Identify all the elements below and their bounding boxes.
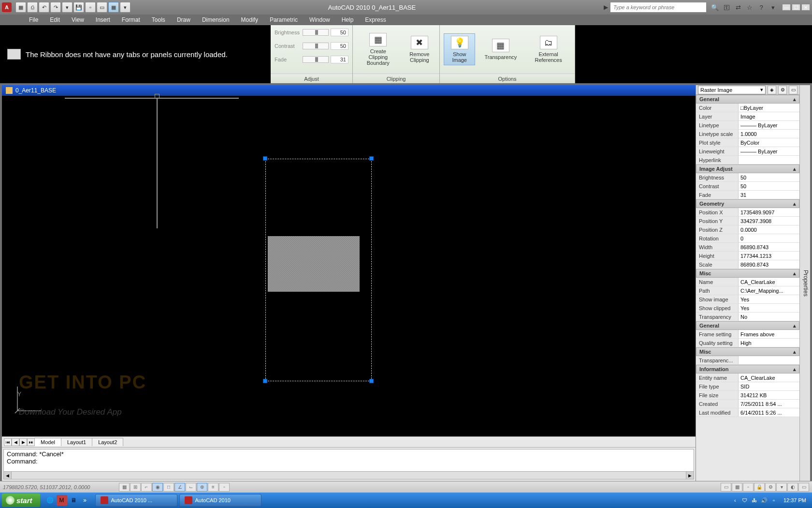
menu-parametric[interactable]: Parametric: [265, 15, 303, 24]
workspace-icon[interactable]: ⚙: [765, 483, 776, 492]
cat-information[interactable]: Information▴: [696, 365, 799, 374]
binoculars-icon[interactable]: 🔍: [710, 3, 719, 12]
qat-undo-icon[interactable]: ↶: [39, 2, 49, 13]
fade-value[interactable]: 31: [331, 56, 348, 63]
help-icon[interactable]: ?: [757, 3, 766, 12]
prop-layer-value[interactable]: Image: [739, 112, 799, 120]
snap-toggle[interactable]: ▦: [119, 483, 130, 492]
fade-slider[interactable]: [303, 56, 329, 63]
tray-volume-icon[interactable]: 🔊: [760, 496, 768, 504]
maximize-button[interactable]: ☐: [792, 4, 800, 11]
menu-file[interactable]: File: [24, 15, 43, 24]
ql-ie-icon[interactable]: 🌐: [45, 495, 56, 506]
tab-last-button[interactable]: ⏭: [27, 438, 35, 446]
scroll-left-icon[interactable]: ◀: [4, 472, 12, 479]
qat-dropdown-icon[interactable]: ▾: [120, 2, 130, 13]
dyn-toggle[interactable]: ⊕: [197, 483, 207, 492]
menu-window[interactable]: Window: [304, 15, 335, 24]
otrack-toggle[interactable]: ∠: [174, 483, 185, 492]
ql-more-icon[interactable]: »: [80, 495, 90, 506]
tray-app-icon[interactable]: ▫: [770, 496, 778, 504]
cat-general2[interactable]: General▴: [696, 321, 799, 330]
prop-hyperlink-value[interactable]: [739, 156, 799, 164]
tab-layout1[interactable]: Layout1: [61, 438, 92, 446]
contrast-value[interactable]: 50: [331, 42, 348, 50]
prop-plot-value[interactable]: ByColor: [739, 138, 799, 147]
menu-edit[interactable]: Edit: [45, 15, 65, 24]
cat-geometry[interactable]: Geometry▴: [696, 199, 799, 208]
help-dropdown-icon[interactable]: ▾: [768, 3, 777, 12]
model-space-toggle[interactable]: ▭: [721, 483, 731, 492]
drawing-canvas[interactable]: Y GET INTO PC Download Your Desired App: [2, 96, 696, 436]
search-input[interactable]: [610, 2, 707, 13]
annotation-scale-icon[interactable]: 🔒: [754, 483, 765, 492]
selection-type-combo[interactable]: Raster Image▾: [698, 86, 766, 94]
cat-misc[interactable]: Misc▴: [696, 269, 799, 278]
cat-image-adjust[interactable]: Image Adjust▴: [696, 164, 799, 173]
document-title-bar[interactable]: 0_Aer11_BASE: [2, 85, 696, 96]
taskbar-app-2[interactable]: AutoCAD 2010: [179, 494, 261, 507]
toolbar-lock-icon[interactable]: ▾: [776, 483, 787, 492]
grid-toggle[interactable]: ⊞: [130, 483, 141, 492]
menu-modify[interactable]: Modify: [236, 15, 263, 24]
brightness-slider[interactable]: [303, 29, 329, 36]
ql-mail-icon[interactable]: M: [57, 495, 67, 506]
prop-color-value[interactable]: □ ByLayer: [739, 104, 799, 112]
tray-network-icon[interactable]: 🖧: [751, 496, 758, 504]
menu-draw[interactable]: Draw: [172, 15, 195, 24]
tab-model[interactable]: Model: [34, 438, 61, 446]
tray-expand-icon[interactable]: ‹: [731, 496, 739, 504]
ortho-toggle[interactable]: ⌐: [141, 483, 152, 492]
clean-screen-icon[interactable]: ▭: [798, 483, 809, 492]
menu-format[interactable]: Format: [117, 15, 145, 24]
status-coordinates[interactable]: 1798820.5720, 511037.2012, 0.0000: [3, 484, 119, 490]
qp-toggle[interactable]: ▫: [219, 483, 230, 492]
qat-layer-icon[interactable]: ▭: [97, 2, 107, 13]
key-icon[interactable]: ⚿: [722, 3, 731, 12]
props-select-icon[interactable]: ▭: [789, 86, 798, 94]
tab-next-button[interactable]: ▶: [19, 438, 27, 446]
brightness-value[interactable]: 50: [331, 29, 348, 36]
grip-bl[interactable]: [263, 379, 267, 383]
app-logo[interactable]: A: [2, 2, 12, 12]
menu-dimension[interactable]: Dimension: [197, 15, 234, 24]
lwt-toggle[interactable]: ≡: [208, 483, 218, 492]
qat-save-icon[interactable]: 💾: [73, 2, 84, 13]
external-refs-button[interactable]: 🗂External References: [526, 33, 571, 65]
qat-redo-icon[interactable]: ↷: [50, 2, 61, 13]
menu-help[interactable]: Help: [337, 15, 359, 24]
grip-br[interactable]: [369, 379, 374, 383]
grip-tl[interactable]: [263, 156, 267, 161]
ducs-toggle[interactable]: ⌙: [186, 483, 196, 492]
contrast-slider[interactable]: [303, 43, 329, 49]
grip-tr[interactable]: [369, 156, 374, 161]
tab-first-button[interactable]: ⏮: [4, 438, 12, 446]
props-toggle-pim-icon[interactable]: ◈: [768, 86, 776, 94]
command-history[interactable]: Command: *Cancel* Command:: [3, 449, 694, 472]
cat-general[interactable]: General▴: [696, 95, 799, 104]
ql-desktop-icon[interactable]: 🖥: [68, 495, 79, 506]
prop-lweight-value[interactable]: ——— ByLayer: [739, 147, 799, 155]
taskbar-clock[interactable]: 12:37 PM: [780, 497, 810, 503]
transparency-button[interactable]: ▦Transparency: [479, 36, 522, 62]
qat-print-icon[interactable]: ⎙: [27, 2, 38, 13]
create-clipping-button[interactable]: ▦Create Clipping Boundary: [357, 30, 400, 68]
props-quickselect-icon[interactable]: ⚙: [778, 86, 787, 94]
start-button[interactable]: start: [2, 493, 40, 507]
qat-open-icon[interactable]: ▾: [62, 2, 72, 13]
hardware-accel-icon[interactable]: ◐: [787, 483, 798, 492]
menu-express[interactable]: Express: [360, 15, 391, 24]
cat-misc2[interactable]: Misc▴: [696, 347, 799, 356]
properties-tab-handle[interactable]: Properties: [799, 85, 810, 481]
tray-shield-icon[interactable]: 🛡: [741, 496, 749, 504]
qat-selected-icon[interactable]: ▦: [108, 2, 119, 13]
minimize-button[interactable]: —: [782, 4, 791, 11]
show-image-button[interactable]: 💡Show Image: [444, 33, 475, 65]
qat-new-icon[interactable]: ▦: [15, 2, 26, 13]
osnap-toggle[interactable]: □: [163, 483, 174, 492]
favorite-icon[interactable]: ☆: [745, 3, 754, 12]
menu-view[interactable]: View: [67, 15, 89, 24]
scroll-right-icon[interactable]: ▶: [686, 472, 694, 479]
search-arrow-icon[interactable]: ▶: [604, 4, 608, 11]
polar-toggle[interactable]: ◉: [152, 483, 163, 492]
